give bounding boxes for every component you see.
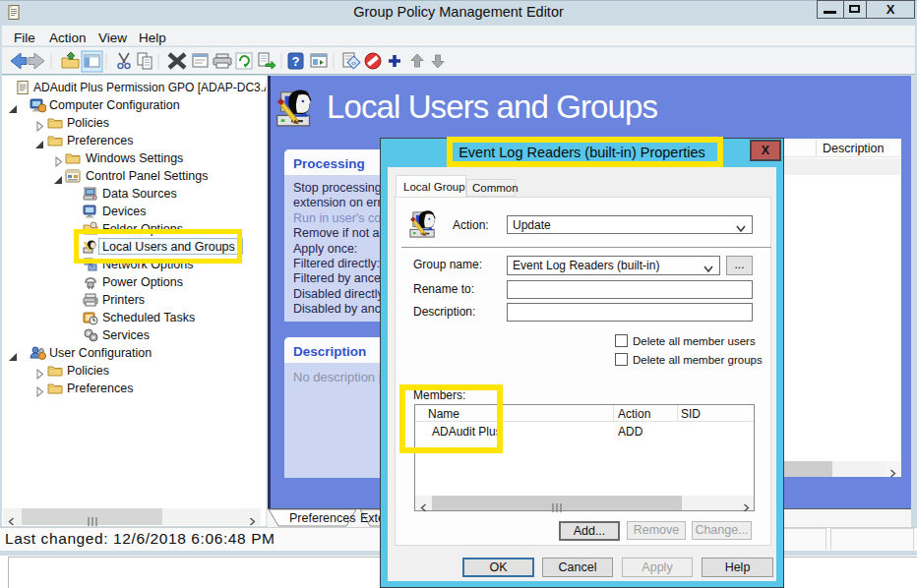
- svg-text:‹›: ‹›: [351, 60, 356, 67]
- svg-text:?: ?: [292, 54, 300, 69]
